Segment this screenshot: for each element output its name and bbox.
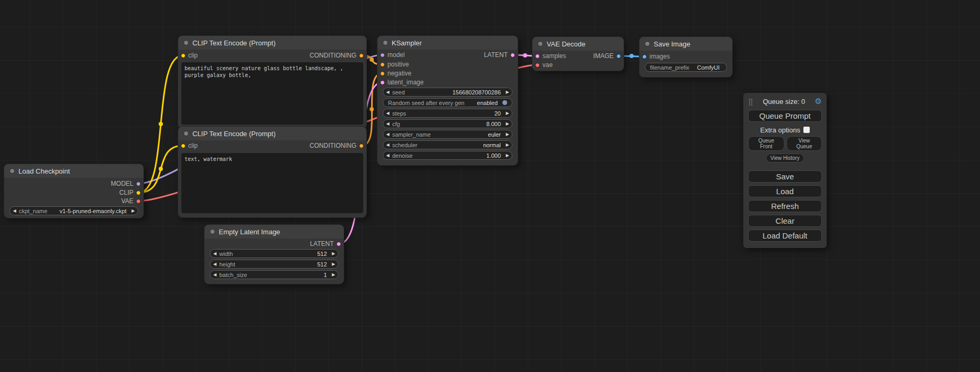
collapse-dot-icon[interactable]	[183, 40, 189, 45]
output-port-latent[interactable]	[336, 242, 341, 246]
widget-denoise[interactable]: ◀ denoise 1.000 ▶	[383, 151, 512, 160]
view-queue-button[interactable]: View Queue	[787, 136, 822, 151]
widget-label: sampler_name	[392, 131, 431, 138]
node-header[interactable]: KSampler	[377, 36, 518, 50]
widget-label: batch_size	[219, 272, 247, 278]
arrow-right-icon[interactable]: ▶	[503, 88, 512, 96]
widget-steps[interactable]: ◀ steps 20 ▶	[383, 109, 512, 118]
node-vae-decode[interactable]: VAE Decode samples IMAGE vae	[532, 37, 624, 71]
arrow-left-icon[interactable]: ◀	[383, 109, 392, 117]
arrow-right-icon[interactable]: ▶	[503, 141, 512, 149]
input-port-vae[interactable]	[535, 63, 540, 68]
output-port-conditioning[interactable]	[359, 144, 364, 148]
toggle-dot-icon[interactable]	[502, 100, 507, 105]
arrow-left-icon[interactable]: ◀	[383, 141, 392, 149]
widget-height[interactable]: ◀ height 512 ▶	[210, 260, 338, 269]
output-port-model[interactable]	[136, 182, 141, 186]
node-clip-text-encode-negative[interactable]: CLIP Text Encode (Prompt) clip CONDITION…	[178, 127, 366, 217]
queue-front-button[interactable]: Queue Front	[748, 136, 784, 151]
collapse-dot-icon[interactable]	[383, 40, 388, 45]
arrow-left-icon[interactable]: ◀	[210, 250, 219, 257]
output-label-vae: VAE	[121, 197, 133, 205]
collapse-dot-icon[interactable]	[9, 168, 15, 174]
output-row-latent: LATENT	[205, 240, 344, 248]
refresh-button[interactable]: Refresh	[748, 200, 822, 212]
drag-handle-icon[interactable]: ⣿	[748, 98, 753, 106]
collapse-dot-icon[interactable]	[183, 131, 189, 136]
output-port-conditioning[interactable]	[359, 53, 364, 58]
queue-size-label: Queue size: 0	[763, 98, 805, 106]
node-empty-latent-image[interactable]: Empty Latent Image LATENT ◀ width 512 ▶ …	[205, 225, 344, 284]
widget-cfg[interactable]: ◀ cfg 8.000 ▶	[383, 119, 512, 128]
positive-prompt-textarea[interactable]: beautiful scenery nature glass bottle la…	[181, 62, 363, 125]
output-port-clip[interactable]	[136, 190, 141, 195]
input-port-latent-image[interactable]	[380, 80, 385, 85]
clear-button[interactable]: Clear	[748, 215, 822, 227]
arrow-right-icon[interactable]: ▶	[329, 250, 338, 257]
output-port-image[interactable]	[616, 54, 621, 59]
arrow-left-icon[interactable]: ◀	[210, 260, 219, 268]
widget-label: steps	[392, 110, 406, 117]
collapse-dot-icon[interactable]	[538, 41, 543, 46]
node-title: VAE Decode	[547, 40, 585, 48]
node-header[interactable]: Empty Latent Image	[205, 225, 344, 239]
arrow-right-icon[interactable]: ▶	[329, 260, 338, 268]
queue-prompt-button[interactable]: Queue Prompt	[748, 110, 822, 122]
input-port-clip[interactable]	[181, 144, 186, 148]
widget-batch-size[interactable]: ◀ batch_size 1 ▶	[210, 270, 338, 279]
widget-width[interactable]: ◀ width 512 ▶	[210, 249, 338, 258]
collapse-dot-icon[interactable]	[645, 41, 650, 46]
arrow-left-icon[interactable]: ◀	[10, 207, 19, 215]
widget-label: filename_prefix	[650, 64, 690, 71]
node-clip-text-encode-positive[interactable]: CLIP Text Encode (Prompt) clip CONDITION…	[178, 36, 366, 129]
arrow-right-icon[interactable]: ▶	[129, 207, 138, 215]
node-header[interactable]: VAE Decode	[532, 37, 624, 51]
save-button[interactable]: Save	[748, 170, 822, 183]
input-label-images: images	[649, 52, 670, 61]
node-header[interactable]: CLIP Text Encode (Prompt)	[178, 36, 366, 50]
widget-sampler-name[interactable]: ◀ sampler_name euler ▶	[383, 130, 512, 139]
arrow-right-icon[interactable]: ▶	[503, 151, 512, 159]
arrow-left-icon[interactable]: ◀	[210, 271, 219, 279]
arrow-right-icon[interactable]: ▶	[503, 130, 512, 138]
extra-options-checkbox[interactable]	[803, 127, 810, 133]
input-port-model[interactable]	[380, 53, 385, 58]
load-default-button[interactable]: Load Default	[748, 230, 822, 242]
arrow-left-icon[interactable]: ◀	[383, 120, 392, 128]
node-load-checkpoint[interactable]: Load Checkpoint MODEL CLIP VAE ◀ ckpt_na…	[4, 164, 143, 218]
arrow-left-icon[interactable]: ◀	[383, 151, 392, 159]
widget-scheduler[interactable]: ◀ scheduler normal ▶	[383, 140, 512, 149]
arrow-left-icon[interactable]: ◀	[383, 130, 392, 138]
arrow-left-icon[interactable]: ◀	[383, 88, 392, 96]
widget-ckpt-name[interactable]: ◀ ckpt_name v1-5-pruned-emaonly.ckpt ▶	[9, 206, 138, 215]
widget-filename-prefix[interactable]: filename_prefix ComfyUI	[645, 63, 727, 72]
output-port-vae[interactable]	[136, 199, 141, 204]
node-title: Empty Latent Image	[219, 228, 280, 236]
input-port-images[interactable]	[642, 54, 647, 59]
arrow-right-icon[interactable]: ▶	[329, 271, 338, 279]
negative-prompt-textarea[interactable]: text, watermark	[181, 153, 363, 213]
widget-value: 20	[406, 110, 503, 117]
view-history-button[interactable]: View History	[766, 154, 803, 163]
arrow-right-icon[interactable]: ▶	[503, 109, 512, 117]
input-port-samples[interactable]	[535, 54, 540, 59]
input-port-positive[interactable]	[380, 62, 385, 67]
output-label-conditioning: CONDITIONING	[309, 141, 356, 150]
input-port-negative[interactable]	[380, 71, 385, 76]
node-title: Load Checkpoint	[18, 167, 70, 175]
node-header[interactable]: CLIP Text Encode (Prompt)	[178, 127, 366, 140]
input-port-clip[interactable]	[181, 53, 186, 58]
arrow-right-icon[interactable]: ▶	[503, 120, 512, 128]
node-header[interactable]: Load Checkpoint	[4, 164, 143, 178]
load-button[interactable]: Load	[748, 185, 822, 197]
output-port-latent[interactable]	[510, 53, 515, 58]
node-header[interactable]: Save Image	[639, 37, 732, 51]
widget-seed[interactable]: ◀ seed 156680208700286 ▶	[383, 88, 512, 97]
node-ksampler[interactable]: KSampler model LATENT positive negative …	[377, 36, 518, 165]
settings-gear-icon[interactable]: ⚙	[815, 97, 822, 106]
widget-random-seed-toggle[interactable]: Random seed after every gen enabled	[383, 98, 512, 107]
collapse-dot-icon[interactable]	[210, 229, 215, 234]
node-graph-canvas[interactable]: Load Checkpoint MODEL CLIP VAE ◀ ckpt_na…	[0, 0, 980, 372]
input-label-samples: samples	[542, 52, 566, 60]
node-save-image[interactable]: Save Image images filename_prefix ComfyU…	[639, 37, 732, 77]
